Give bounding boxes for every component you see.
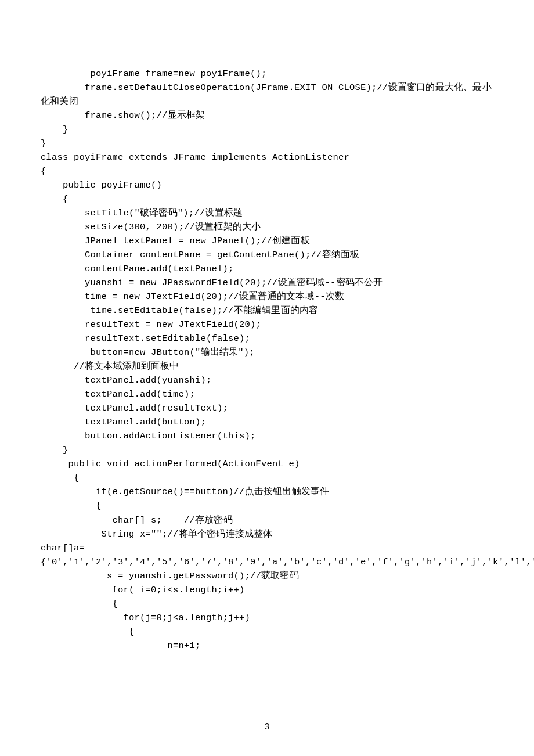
document-page: poyiFrame frame=new poyiFrame(); frame.s… [0, 0, 534, 756]
page-number: 3 [0, 721, 534, 734]
code-block: poyiFrame frame=new poyiFrame(); frame.s… [41, 67, 493, 653]
